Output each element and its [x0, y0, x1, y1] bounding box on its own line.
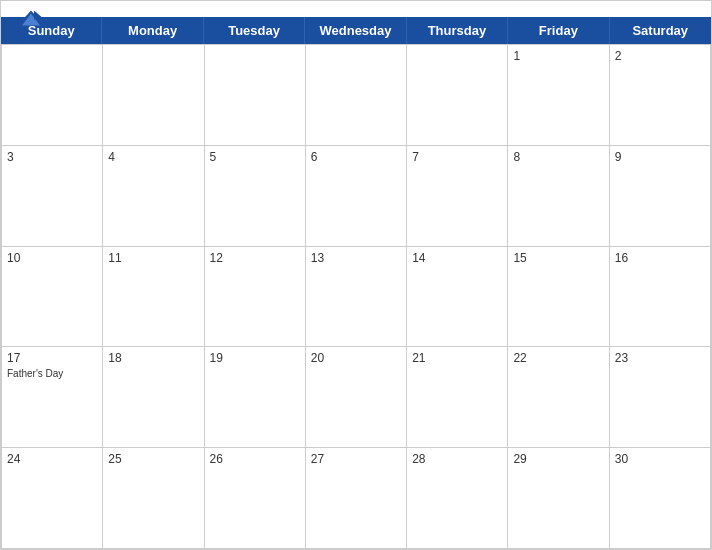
date-number: 8	[513, 150, 603, 164]
date-number: 2	[615, 49, 705, 63]
date-number: 15	[513, 251, 603, 265]
calendar-cell	[2, 45, 103, 146]
date-number: 5	[210, 150, 300, 164]
calendar-cell: 21	[407, 347, 508, 448]
calendar-cell: 29	[508, 448, 609, 549]
day-thursday: Thursday	[407, 17, 508, 44]
calendar-cell: 19	[205, 347, 306, 448]
date-number: 29	[513, 452, 603, 466]
day-wednesday: Wednesday	[305, 17, 406, 44]
date-number: 20	[311, 351, 401, 365]
calendar-cell: 14	[407, 247, 508, 348]
calendar-cell	[205, 45, 306, 146]
calendar-cell: 6	[306, 146, 407, 247]
calendar-cell: 4	[103, 146, 204, 247]
date-number: 28	[412, 452, 502, 466]
calendar-cell: 26	[205, 448, 306, 549]
calendar: Sunday Monday Tuesday Wednesday Thursday…	[0, 0, 712, 550]
date-number: 11	[108, 251, 198, 265]
logo	[17, 9, 49, 27]
calendar-cell: 11	[103, 247, 204, 348]
calendar-cell: 22	[508, 347, 609, 448]
date-number: 16	[615, 251, 705, 265]
calendar-cell: 24	[2, 448, 103, 549]
date-number: 9	[615, 150, 705, 164]
date-number: 22	[513, 351, 603, 365]
date-number: 1	[513, 49, 603, 63]
calendar-cell	[407, 45, 508, 146]
date-number: 13	[311, 251, 401, 265]
calendar-cell: 2	[610, 45, 711, 146]
calendar-cell: 20	[306, 347, 407, 448]
day-monday: Monday	[102, 17, 203, 44]
calendar-cell	[306, 45, 407, 146]
calendar-header	[1, 1, 711, 17]
day-tuesday: Tuesday	[204, 17, 305, 44]
calendar-cell: 5	[205, 146, 306, 247]
date-number: 17	[7, 351, 97, 365]
date-number: 3	[7, 150, 97, 164]
date-number: 21	[412, 351, 502, 365]
date-number: 4	[108, 150, 198, 164]
calendar-cell: 10	[2, 247, 103, 348]
calendar-cell: 28	[407, 448, 508, 549]
calendar-cell: 12	[205, 247, 306, 348]
calendar-grid: 1234567891011121314151617Father's Day181…	[1, 44, 711, 549]
calendar-cell: 30	[610, 448, 711, 549]
calendar-cell: 7	[407, 146, 508, 247]
day-friday: Friday	[508, 17, 609, 44]
date-number: 18	[108, 351, 198, 365]
calendar-cell: 15	[508, 247, 609, 348]
days-of-week-header: Sunday Monday Tuesday Wednesday Thursday…	[1, 17, 711, 44]
svg-marker-2	[34, 11, 45, 20]
calendar-cell: 23	[610, 347, 711, 448]
date-number: 25	[108, 452, 198, 466]
event-label: Father's Day	[7, 368, 97, 379]
logo-bird-icon	[17, 9, 45, 27]
date-number: 27	[311, 452, 401, 466]
date-number: 12	[210, 251, 300, 265]
date-number: 26	[210, 452, 300, 466]
calendar-cell: 25	[103, 448, 204, 549]
calendar-cell: 9	[610, 146, 711, 247]
calendar-cell	[103, 45, 204, 146]
date-number: 30	[615, 452, 705, 466]
calendar-cell: 8	[508, 146, 609, 247]
date-number: 19	[210, 351, 300, 365]
day-saturday: Saturday	[610, 17, 711, 44]
date-number: 23	[615, 351, 705, 365]
calendar-cell: 1	[508, 45, 609, 146]
date-number: 6	[311, 150, 401, 164]
date-number: 24	[7, 452, 97, 466]
calendar-cell: 16	[610, 247, 711, 348]
calendar-cell: 27	[306, 448, 407, 549]
calendar-cell: 13	[306, 247, 407, 348]
calendar-cell: 17Father's Day	[2, 347, 103, 448]
calendar-cell: 3	[2, 146, 103, 247]
date-number: 10	[7, 251, 97, 265]
date-number: 14	[412, 251, 502, 265]
calendar-cell: 18	[103, 347, 204, 448]
date-number: 7	[412, 150, 502, 164]
